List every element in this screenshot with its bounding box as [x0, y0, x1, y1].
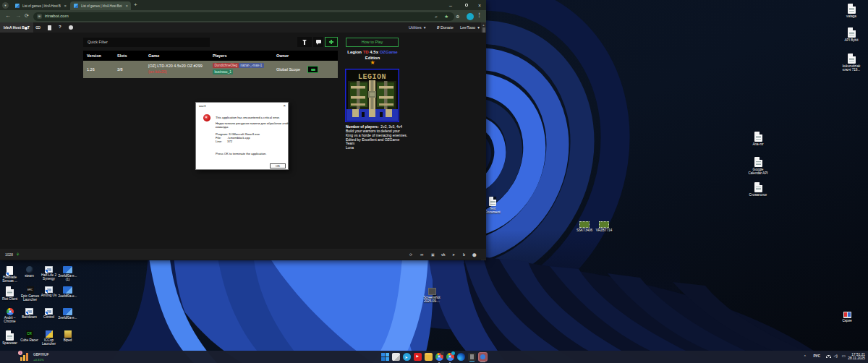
svg-text:LEGION: LEGION [358, 73, 386, 81]
